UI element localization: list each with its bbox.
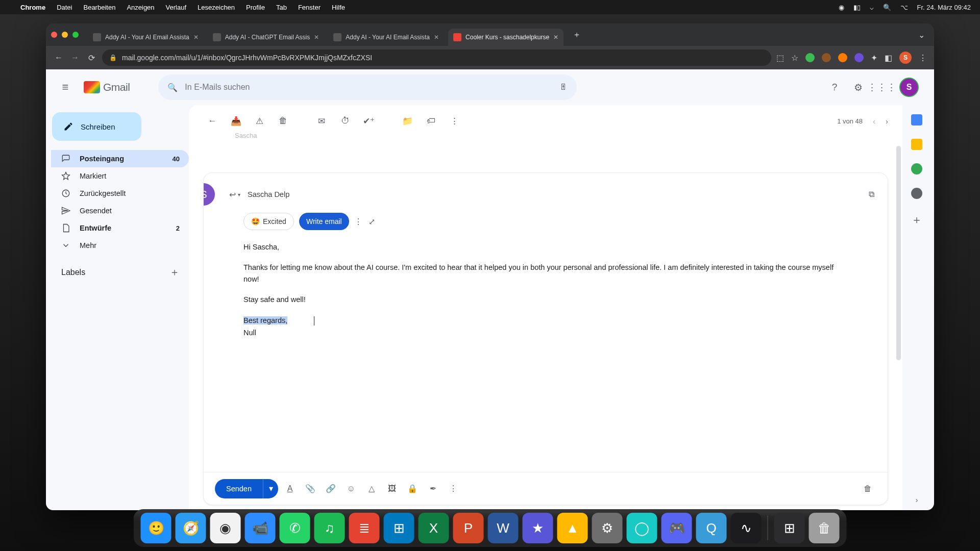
support-icon[interactable]: ?: [829, 82, 840, 93]
close-tab-icon[interactable]: ✕: [193, 34, 199, 41]
settings-gear-icon[interactable]: ⚙: [852, 82, 864, 93]
gmail-logo[interactable]: Gmail: [84, 81, 130, 93]
dock-chrome[interactable]: ◉: [210, 513, 241, 543]
menu-anzeigen[interactable]: Anzeigen: [127, 4, 154, 11]
menu-lesezeichen[interactable]: Lesezeichen: [198, 4, 235, 11]
insert-emoji-icon[interactable]: ☺: [342, 480, 360, 497]
dock-zoom[interactable]: 📹: [245, 513, 276, 543]
dock-settings[interactable]: ⚙: [592, 513, 623, 543]
minimize-window-button[interactable]: [62, 32, 68, 38]
compose-body[interactable]: Hi Sascha, Thanks for letting me know ab…: [204, 233, 888, 348]
report-spam-icon[interactable]: ⚠: [250, 112, 268, 130]
tab-2[interactable]: Addy AI - Your AI Email Assista ✕: [328, 29, 444, 46]
insert-photo-icon[interactable]: 🖼: [383, 480, 401, 497]
dock-drive[interactable]: ▲: [557, 513, 588, 543]
extension-icon[interactable]: [822, 53, 831, 62]
tab-3[interactable]: Cooler Kurs - saschadelpkurse ✕: [448, 29, 564, 46]
fullscreen-window-button[interactable]: [72, 32, 79, 38]
menubar-app-name[interactable]: Chrome: [20, 4, 45, 11]
nav-drafts[interactable]: Entwürfe 2: [51, 219, 189, 237]
dock-todoist[interactable]: ≣: [349, 513, 380, 543]
dock-app[interactable]: ◯: [627, 513, 657, 543]
dock-mission-control[interactable]: ⊞: [774, 513, 805, 543]
menu-datei[interactable]: Datei: [57, 4, 72, 11]
get-addons-icon[interactable]: ＋: [911, 212, 922, 228]
battery-icon[interactable]: ▮▯: [853, 4, 861, 11]
dock-word[interactable]: W: [488, 513, 519, 543]
delete-icon[interactable]: 🗑: [274, 112, 292, 130]
new-tab-button[interactable]: ＋: [570, 28, 584, 42]
search-input[interactable]: [185, 83, 552, 92]
menu-hilfe[interactable]: Hilfe: [332, 4, 345, 11]
dock-whatsapp[interactable]: ✆: [280, 513, 310, 543]
nav-sent[interactable]: Gesendet: [51, 202, 189, 219]
wifi-icon[interactable]: ⌵: [870, 4, 874, 11]
write-email-button[interactable]: Write email: [299, 213, 349, 230]
compose-button[interactable]: Schreiben: [52, 112, 141, 141]
menu-tab[interactable]: Tab: [276, 4, 287, 11]
dock-quicktime[interactable]: Q: [696, 513, 727, 543]
install-pwa-icon[interactable]: ⬚: [776, 53, 784, 63]
dock-safari[interactable]: 🧭: [176, 513, 206, 543]
discard-draft-icon[interactable]: 🗑: [859, 480, 876, 497]
main-menu-icon[interactable]: ≡: [55, 77, 76, 97]
add-label-button[interactable]: ＋: [169, 265, 180, 279]
account-avatar[interactable]: S: [899, 78, 919, 97]
send-button[interactable]: Senden: [215, 479, 263, 498]
confidential-mode-icon[interactable]: 🔒: [404, 480, 421, 497]
menu-bearbeiten[interactable]: Bearbeiten: [83, 4, 115, 11]
tab-1[interactable]: Addy AI - ChatGPT Email Assis ✕: [208, 29, 325, 46]
insert-link-icon[interactable]: 🔗: [322, 480, 339, 497]
extension-icon[interactable]: [854, 53, 864, 62]
menubar-clock[interactable]: Fr. 24. März 09:42: [917, 4, 971, 11]
close-window-button[interactable]: [51, 32, 57, 38]
dock-trello[interactable]: ⊞: [384, 513, 414, 543]
close-tab-icon[interactable]: ✕: [553, 34, 558, 41]
mark-unread-icon[interactable]: ✉: [312, 112, 331, 130]
tone-chip[interactable]: 🤩 Excited: [243, 213, 294, 230]
formatting-icon[interactable]: A: [281, 480, 299, 497]
tab-overflow-button[interactable]: ⌄: [914, 30, 929, 40]
dock-voice-memos[interactable]: ∿: [731, 513, 762, 543]
dock-trash[interactable]: 🗑: [809, 513, 840, 543]
dock-excel[interactable]: X: [419, 513, 449, 543]
google-apps-icon[interactable]: ⋮⋮⋮: [876, 82, 887, 93]
popout-compose-icon[interactable]: ⧉: [869, 190, 874, 199]
addy-expand-icon[interactable]: ⤢: [369, 217, 375, 227]
insert-drive-icon[interactable]: △: [363, 480, 380, 497]
address-bar[interactable]: 🔒 mail.google.com/mail/u/1/#inbox/QgrcJH…: [102, 49, 771, 66]
attach-file-icon[interactable]: 📎: [302, 480, 319, 497]
bookmark-star-icon[interactable]: ☆: [791, 53, 798, 63]
menu-profile[interactable]: Profile: [246, 4, 265, 11]
dock-discord[interactable]: 🎮: [662, 513, 692, 543]
control-center-icon[interactable]: ⌥: [900, 4, 908, 11]
spotlight-icon[interactable]: 🔍: [883, 4, 891, 11]
recipient-name[interactable]: Sascha Delp: [248, 190, 289, 198]
more-actions-icon[interactable]: ⋮: [445, 112, 463, 130]
dock-imovie[interactable]: ★: [523, 513, 553, 543]
archive-icon[interactable]: 📥: [227, 112, 245, 130]
keep-icon[interactable]: [911, 139, 922, 150]
send-options-button[interactable]: ▾: [263, 479, 278, 498]
close-tab-icon[interactable]: ✕: [314, 34, 319, 41]
collapse-panel-icon[interactable]: ›: [916, 496, 918, 510]
tab-0[interactable]: Addy AI - Your AI Email Assista ✕: [88, 29, 204, 46]
menu-verlauf[interactable]: Verlauf: [166, 4, 186, 11]
search-options-icon[interactable]: 🎚: [559, 83, 568, 92]
move-to-icon[interactable]: 📁: [398, 112, 416, 130]
reply-type-button[interactable]: ↩ ▾: [229, 190, 240, 199]
nav-more[interactable]: Mehr: [51, 237, 189, 254]
scrollbar-thumb[interactable]: [896, 146, 901, 360]
close-tab-icon[interactable]: ✕: [434, 34, 439, 41]
nav-inbox[interactable]: Posteingang 40: [51, 150, 189, 167]
insert-signature-icon[interactable]: ✒: [424, 480, 442, 497]
sidepanel-icon[interactable]: ◧: [885, 53, 892, 63]
tasks-icon[interactable]: [911, 163, 922, 174]
labels-icon[interactable]: 🏷: [422, 112, 440, 130]
pager-prev-icon[interactable]: ‹: [873, 117, 875, 126]
dock-finder[interactable]: 🙂: [141, 513, 172, 543]
back-to-inbox-button[interactable]: ←: [203, 112, 222, 130]
screen-record-icon[interactable]: ◉: [839, 4, 844, 11]
nav-snoozed[interactable]: Zurückgestellt: [51, 185, 189, 202]
calendar-icon[interactable]: [911, 114, 922, 126]
